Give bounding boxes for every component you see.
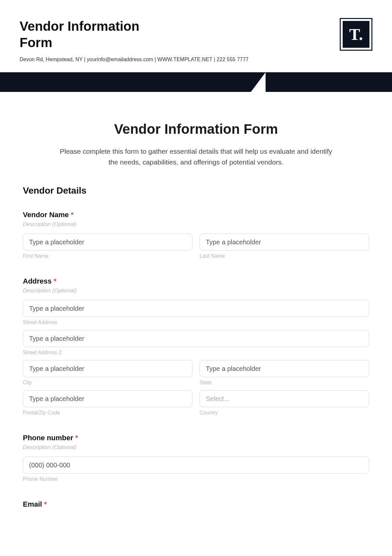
city-sublabel: City xyxy=(23,380,192,386)
vendor-name-label: Vendor Name * xyxy=(23,211,369,219)
postal-code-input[interactable] xyxy=(23,390,192,407)
decorative-bar xyxy=(0,72,392,92)
address-label: Address * xyxy=(23,277,369,286)
brand-logo-text: T. xyxy=(343,21,369,48)
city-input[interactable] xyxy=(23,360,192,377)
street-address-2-input[interactable] xyxy=(23,330,369,347)
street-address-sublabel: Street Address xyxy=(23,320,369,325)
page-title: Vendor Information Form xyxy=(20,18,150,51)
country-sublabel: Country xyxy=(200,410,369,416)
first-name-sublabel: First Name xyxy=(23,253,192,259)
first-name-input[interactable] xyxy=(23,234,192,251)
postal-code-sublabel: Postal/Zip Code xyxy=(23,410,192,416)
last-name-input[interactable] xyxy=(200,234,369,251)
country-select[interactable]: Select... xyxy=(200,390,369,407)
email-label-cutoff: Email * xyxy=(23,500,369,509)
address-desc: Description (Optional) xyxy=(23,287,369,294)
state-sublabel: State xyxy=(200,380,369,386)
brand-logo: T. xyxy=(340,18,372,51)
state-input[interactable] xyxy=(200,360,369,377)
form-intro: Please complete this form to gather esse… xyxy=(57,146,335,167)
section-heading-vendor-details: Vendor Details xyxy=(23,185,369,196)
phone-desc: Description (Optional) xyxy=(23,444,369,451)
form-title: Vendor Information Form xyxy=(23,121,369,137)
street-address-2-sublabel: Street Address 2 xyxy=(23,350,369,356)
street-address-input[interactable] xyxy=(23,300,369,317)
last-name-sublabel: Last Name xyxy=(200,253,369,259)
vendor-name-desc: Description (Optional) xyxy=(23,221,369,228)
header-contact-line: Devon Rd, Hempstead, NY | yourinfo@email… xyxy=(20,57,372,62)
phone-number-input[interactable] xyxy=(23,457,369,474)
phone-number-sublabel: Phone Number xyxy=(23,476,369,482)
phone-label: Phone number * xyxy=(23,434,369,442)
